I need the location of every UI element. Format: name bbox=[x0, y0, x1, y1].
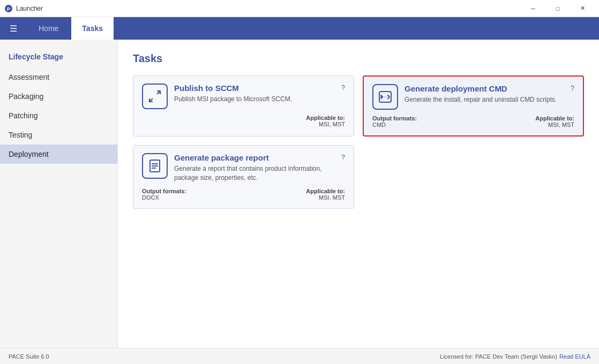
report-help-icon[interactable]: ? bbox=[341, 153, 345, 161]
task-card-cmd-header: Generate deployment CMD Generate the ins… bbox=[372, 84, 574, 110]
cmd-footer: Output formats: CMD Applicable to: MSI, … bbox=[372, 115, 574, 128]
cmd-applicable-label: Applicable to: bbox=[535, 115, 574, 122]
app-logo-icon: P bbox=[4, 4, 13, 13]
publish-sccm-applicable-right: Applicable to: MSI, MST bbox=[306, 115, 345, 127]
publish-sccm-applicable-label: Applicable to: bbox=[306, 115, 345, 121]
cmd-icon-box bbox=[372, 84, 398, 110]
sidebar-item-packaging[interactable]: Packaging bbox=[0, 87, 117, 106]
report-title-area: Generate package report Generate a repor… bbox=[174, 153, 335, 183]
cmd-output-formats: Output formats: CMD bbox=[372, 115, 417, 128]
minimize-button[interactable]: ─ bbox=[521, 0, 545, 17]
nav-tab-home[interactable]: Home bbox=[28, 17, 69, 40]
publish-sccm-applicable-value: MSI, MST bbox=[306, 121, 345, 127]
nav-tab-tasks[interactable]: Tasks bbox=[71, 17, 114, 40]
hamburger-icon[interactable]: ☰ bbox=[5, 20, 21, 37]
report-output-formats: Output formats: DOCX bbox=[142, 188, 186, 201]
report-output-label: Output formats: bbox=[142, 188, 186, 194]
cmd-output-label: Output formats: bbox=[372, 115, 417, 122]
task-card-publish-sccm[interactable]: Publish to SCCM Publish MSI package to M… bbox=[133, 75, 354, 136]
task-card-header: Publish to SCCM Publish MSI package to M… bbox=[142, 84, 345, 109]
sidebar-item-patching[interactable]: Patching bbox=[0, 106, 117, 125]
sidebar-item-testing[interactable]: Testing bbox=[0, 125, 117, 145]
cmd-title: Generate deployment CMD bbox=[405, 84, 564, 93]
publish-sccm-footer: Applicable to: MSI, MST bbox=[142, 115, 345, 127]
version-label: PACE Suite 6.0 bbox=[9, 353, 49, 360]
sidebar: Lifecycle Stage Assessment Packaging Pat… bbox=[0, 40, 118, 348]
publish-icon bbox=[147, 89, 162, 104]
publish-sccm-help-icon[interactable]: ? bbox=[341, 84, 345, 92]
titlebar: P Launcher ─ □ ✕ bbox=[0, 0, 599, 17]
cmd-description: Generate the install, repair and uninsta… bbox=[405, 95, 564, 104]
main-layout: Lifecycle Stage Assessment Packaging Pat… bbox=[0, 40, 599, 348]
close-button[interactable]: ✕ bbox=[570, 0, 595, 17]
sidebar-item-deployment[interactable]: Deployment bbox=[0, 145, 117, 164]
report-output-value: DOCX bbox=[142, 194, 186, 201]
cmd-title-area: Generate deployment CMD Generate the ins… bbox=[405, 84, 564, 104]
report-title: Generate package report bbox=[174, 153, 335, 162]
cmd-applicable-value: MSI, MST bbox=[535, 122, 574, 128]
report-applicable-label: Applicable to: bbox=[306, 188, 345, 194]
sidebar-section-title: Lifecycle Stage bbox=[0, 48, 117, 67]
cmd-applicable: Applicable to: MSI, MST bbox=[535, 115, 574, 128]
report-applicable: Applicable to: MSI, MST bbox=[306, 188, 345, 201]
cmd-help-icon[interactable]: ? bbox=[571, 84, 574, 92]
statusbar: PACE Suite 6.0 Licensed for: PACE Dev Te… bbox=[0, 348, 599, 364]
task-card-report-header: Generate package report Generate a repor… bbox=[142, 153, 345, 183]
publish-sccm-title: Publish to SCCM bbox=[174, 84, 335, 93]
publish-sccm-icon-box bbox=[142, 84, 168, 109]
app-title: Launcher bbox=[16, 5, 43, 12]
report-icon-box bbox=[142, 153, 168, 179]
report-icon bbox=[147, 158, 162, 173]
titlebar-left: P Launcher bbox=[4, 4, 43, 13]
cmd-output-value: CMD bbox=[372, 122, 417, 128]
report-applicable-value: MSI, MST bbox=[306, 194, 345, 201]
tasks-grid: Publish to SCCM Publish MSI package to M… bbox=[133, 75, 584, 209]
sidebar-item-assessment[interactable]: Assessment bbox=[0, 67, 117, 87]
page-title: Tasks bbox=[133, 52, 584, 65]
report-description: Generate a report that contains product … bbox=[174, 164, 335, 183]
maximize-button[interactable]: □ bbox=[545, 0, 570, 17]
titlebar-controls: ─ □ ✕ bbox=[521, 0, 595, 17]
task-card-generate-cmd[interactable]: Generate deployment CMD Generate the ins… bbox=[363, 75, 584, 136]
read-eula-link[interactable]: Read EULA bbox=[559, 353, 590, 360]
cmd-icon bbox=[378, 89, 393, 104]
task-card-package-report[interactable]: Generate package report Generate a repor… bbox=[133, 145, 354, 209]
report-footer: Output formats: DOCX Applicable to: MSI,… bbox=[142, 188, 345, 201]
content-area: Tasks Publish to SCCM Publi bbox=[118, 40, 599, 348]
license-text: Licensed for: PACE Dev Team (Sergii Vask… bbox=[440, 353, 557, 360]
svg-text:P: P bbox=[7, 6, 10, 12]
publish-sccm-title-area: Publish to SCCM Publish MSI package to M… bbox=[174, 84, 335, 104]
navbar: ☰ Home Tasks bbox=[0, 17, 599, 40]
statusbar-right: Licensed for: PACE Dev Team (Sergii Vask… bbox=[440, 353, 590, 360]
publish-sccm-description: Publish MSI package to Microsoft SCCM. bbox=[174, 95, 335, 104]
